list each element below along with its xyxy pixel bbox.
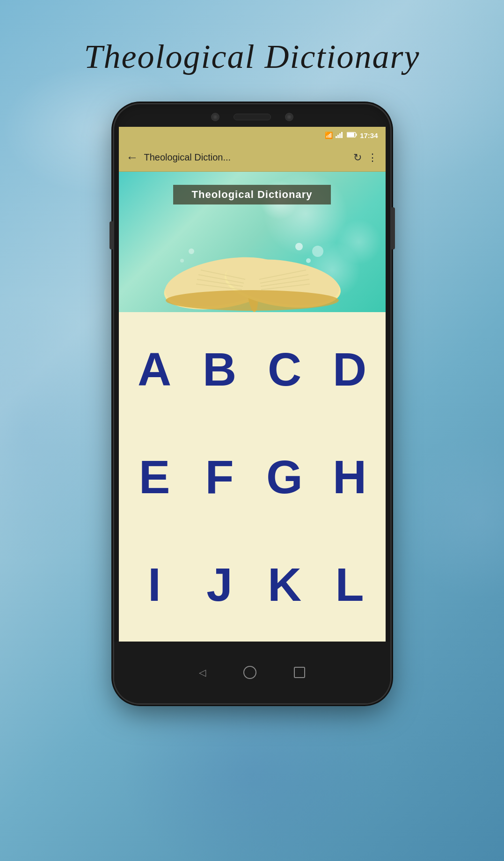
battery-icon <box>347 132 357 139</box>
svg-point-20 <box>166 290 339 311</box>
nav-apps-button[interactable] <box>294 667 305 678</box>
front-camera <box>211 113 219 121</box>
status-bar: 📶 17:34 <box>119 127 386 144</box>
svg-point-24 <box>189 248 194 254</box>
power-button <box>391 207 395 249</box>
letter-g: G <box>266 453 303 500</box>
letter-cell-a[interactable]: A <box>124 317 186 422</box>
letter-cell-d[interactable]: D <box>319 317 381 422</box>
letter-cell-c[interactable]: C <box>254 317 316 422</box>
letter-d: D <box>333 346 366 393</box>
phone-screen: 📶 17:34 <box>119 127 386 642</box>
letter-cell-j[interactable]: J <box>189 532 251 637</box>
browser-back-button[interactable]: ← <box>126 150 139 165</box>
front-sensor <box>285 113 293 121</box>
browser-title: Theological Diction... <box>144 152 348 163</box>
status-time: 17:34 <box>360 131 378 139</box>
letter-c: C <box>268 346 301 393</box>
letter-cell-i[interactable]: I <box>124 532 186 637</box>
letter-i: I <box>148 561 161 608</box>
book-illustration <box>163 209 341 312</box>
nav-home-button[interactable] <box>243 666 256 679</box>
phone-frame: 📶 17:34 <box>114 104 390 703</box>
letter-j: J <box>206 561 233 608</box>
letter-cell-e[interactable]: E <box>124 424 186 529</box>
letter-h: H <box>333 453 366 500</box>
letter-k: K <box>268 561 301 608</box>
header-title-text: Theological Dictionary <box>192 189 313 200</box>
app-header-image: Theological Dictionary <box>119 172 386 312</box>
svg-point-22 <box>306 258 311 263</box>
letter-b: B <box>203 346 236 393</box>
letter-cell-g[interactable]: G <box>254 424 316 529</box>
letter-cell-b[interactable]: B <box>189 317 251 422</box>
wifi-icon: 📶 <box>325 131 333 139</box>
nav-back-button[interactable]: ◁ <box>199 667 206 678</box>
browser-menu-button[interactable]: ⋮ <box>367 152 378 164</box>
letter-cell-l[interactable]: L <box>319 532 381 637</box>
svg-rect-6 <box>347 133 354 137</box>
letter-e: E <box>139 453 170 500</box>
phone-top <box>114 104 390 121</box>
svg-rect-3 <box>341 132 343 138</box>
status-icons: 📶 17:34 <box>325 131 378 139</box>
volume-button <box>110 221 113 249</box>
phone-bottom-nav: ◁ <box>114 642 390 703</box>
svg-rect-0 <box>336 136 337 138</box>
svg-point-21 <box>295 243 303 250</box>
svg-rect-2 <box>339 133 341 138</box>
letter-cell-f[interactable]: F <box>189 424 251 529</box>
letter-l: L <box>335 561 364 608</box>
header-title-bar: Theological Dictionary <box>173 185 331 204</box>
signal-icon <box>336 131 344 139</box>
browser-bar: ← Theological Diction... ↻ ⋮ <box>119 144 386 172</box>
svg-rect-5 <box>356 133 357 136</box>
letter-f: F <box>205 453 234 500</box>
svg-rect-1 <box>337 135 339 138</box>
phone-speaker <box>234 114 271 120</box>
letter-a: A <box>138 346 171 393</box>
letter-cell-h[interactable]: H <box>319 424 381 529</box>
browser-refresh-button[interactable]: ↻ <box>353 152 362 164</box>
letter-cell-k[interactable]: K <box>254 532 316 637</box>
svg-point-23 <box>312 246 323 257</box>
app-title: Theological Dictionary <box>84 37 420 76</box>
svg-point-25 <box>180 259 184 263</box>
letters-grid: A B C D E F G H I <box>119 312 386 642</box>
